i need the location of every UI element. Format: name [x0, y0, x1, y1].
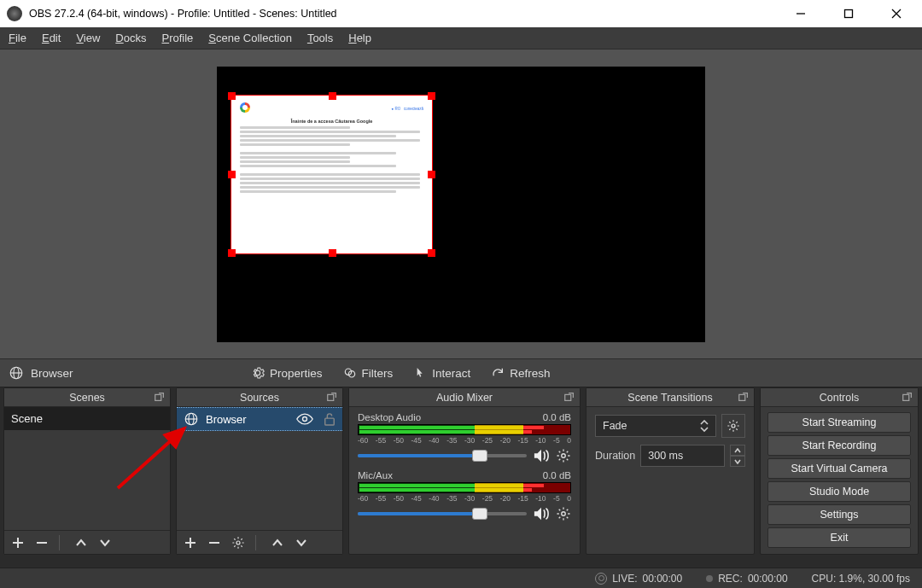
volume-slider[interactable]	[358, 454, 527, 457]
close-button[interactable]	[883, 3, 910, 24]
control-button-settings[interactable]: Settings	[767, 504, 911, 525]
source-add-button[interactable]	[182, 534, 199, 551]
transition-settings-button[interactable]	[721, 414, 745, 438]
channel-name: Desktop Audio	[358, 412, 421, 422]
svg-rect-1	[845, 10, 853, 18]
svg-rect-26	[739, 394, 745, 400]
lock-toggle[interactable]	[324, 412, 336, 426]
source-move-up-button[interactable]	[269, 534, 286, 551]
obs-logo-icon	[7, 6, 22, 21]
channel-db: 0.0 dB	[543, 470, 571, 480]
filters-label: Filters	[362, 367, 394, 380]
control-button-studio-mode[interactable]: Studio Mode	[767, 481, 911, 502]
scene-add-button[interactable]	[9, 534, 26, 551]
selected-source-label: Browser	[31, 367, 73, 380]
control-button-start-recording[interactable]: Start Recording	[767, 435, 911, 456]
duration-field[interactable]: 300 ms	[640, 445, 725, 467]
menu-scene-collection[interactable]: Scene Collection	[208, 32, 292, 44]
cpu-status: CPU: 1.9%, 30.00 fps	[812, 573, 910, 585]
program-preview[interactable]: ● RO conectează Înainte de a accesa Căut…	[217, 67, 705, 342]
preview-area[interactable]: ● RO conectează Înainte de a accesa Căut…	[0, 49, 922, 358]
mixer-channel: Mic/Aux0.0 dB -60-55-50-45-40-35-30-25-2…	[349, 465, 580, 523]
status-bar: LIVE: 00:00:00 REC: 00:00:00 CPU: 1.9%, …	[0, 568, 922, 588]
refresh-icon	[491, 366, 505, 380]
resize-handle[interactable]	[329, 92, 336, 100]
browser-page-heading: Înainte de a accesa Căutarea Google	[240, 119, 423, 124]
rec-time: 00:00:00	[748, 573, 788, 585]
scene-move-down-button[interactable]	[96, 534, 114, 551]
menu-edit[interactable]: Edit	[42, 32, 61, 44]
resize-handle[interactable]	[428, 171, 435, 178]
source-toolbar: Browser Properties Filters Interact Refr…	[0, 358, 922, 387]
source-item[interactable]: Browser	[177, 407, 342, 431]
menu-tools[interactable]: Tools	[307, 32, 333, 44]
control-button-start-virtual-camera[interactable]: Start Virtual Camera	[767, 458, 911, 479]
menu-view[interactable]: View	[76, 32, 100, 44]
source-remove-button[interactable]	[206, 534, 223, 551]
resize-handle[interactable]	[228, 92, 236, 100]
scene-move-up-button[interactable]	[73, 534, 90, 551]
duration-label: Duration	[595, 450, 635, 462]
properties-button[interactable]: Properties	[242, 363, 331, 383]
resize-handle[interactable]	[228, 249, 236, 257]
gear-icon	[251, 366, 265, 380]
svg-point-27	[732, 424, 735, 428]
resize-handle[interactable]	[228, 171, 236, 178]
popout-icon[interactable]	[154, 391, 166, 403]
speaker-icon[interactable]	[532, 506, 551, 521]
scenes-dock: Scenes Scene	[3, 387, 171, 555]
source-properties-button[interactable]	[230, 534, 247, 551]
level-meter	[358, 482, 571, 493]
audio-mixer-dock: Audio Mixer Desktop Audio0.0 dB -60-55-5…	[348, 387, 581, 555]
refresh-label: Refresh	[510, 367, 550, 380]
control-button-exit[interactable]: Exit	[767, 527, 911, 548]
control-button-start-streaming[interactable]: Start Streaming	[767, 412, 911, 433]
sources-title: Sources	[240, 392, 279, 404]
svg-rect-23	[565, 394, 571, 400]
minimize-button[interactable]	[787, 3, 814, 24]
rec-status: REC: 00:00:00	[706, 573, 787, 585]
source-move-down-button[interactable]	[293, 534, 310, 551]
live-time: 00:00:00	[642, 573, 682, 585]
refresh-button[interactable]: Refresh	[482, 363, 558, 383]
speaker-icon[interactable]	[532, 448, 551, 463]
menu-file[interactable]: File	[9, 32, 26, 44]
interact-button[interactable]: Interact	[405, 363, 479, 383]
scenes-title: Scenes	[69, 392, 105, 404]
svg-point-22	[236, 541, 240, 544]
menu-docks[interactable]: Docks	[115, 32, 146, 44]
source-name: Browser	[206, 413, 247, 426]
scene-item[interactable]: Scene	[4, 407, 170, 430]
svg-point-24	[562, 454, 566, 458]
broadcast-icon	[595, 573, 607, 585]
sources-dock: Sources Browser	[176, 387, 343, 555]
duration-stepper[interactable]	[730, 445, 745, 467]
transitions-title: Scene Transitions	[627, 392, 712, 404]
transition-selected-label: Fade	[603, 420, 627, 432]
menu-profile[interactable]: Profile	[161, 32, 193, 44]
menu-help[interactable]: Help	[348, 32, 371, 44]
popout-icon[interactable]	[902, 391, 913, 403]
volume-slider[interactable]	[358, 512, 527, 515]
resize-handle[interactable]	[428, 249, 435, 257]
svg-rect-13	[328, 394, 334, 400]
filters-button[interactable]: Filters	[335, 363, 402, 383]
visibility-toggle[interactable]	[296, 413, 313, 425]
scene-remove-button[interactable]	[33, 534, 50, 551]
popout-icon[interactable]	[563, 391, 575, 403]
title-bar: OBS 27.2.4 (64-bit, windows) - Profile: …	[0, 0, 922, 27]
globe-icon	[9, 365, 24, 381]
source-selection-box[interactable]: ● RO conectează Înainte de a accesa Căut…	[230, 95, 433, 254]
resize-handle[interactable]	[329, 249, 336, 257]
scene-transitions-dock: Scene Transitions Fade Duration	[586, 387, 755, 555]
transition-select[interactable]: Fade	[595, 415, 716, 437]
record-dot-icon	[706, 575, 713, 582]
channel-settings-button[interactable]	[556, 506, 571, 521]
popout-icon[interactable]	[326, 391, 338, 403]
live-label: LIVE:	[612, 573, 637, 585]
resize-handle[interactable]	[428, 92, 435, 100]
channel-name: Mic/Aux	[358, 470, 393, 480]
popout-icon[interactable]	[738, 391, 750, 403]
channel-settings-button[interactable]	[556, 448, 571, 463]
maximize-button[interactable]	[835, 3, 862, 24]
